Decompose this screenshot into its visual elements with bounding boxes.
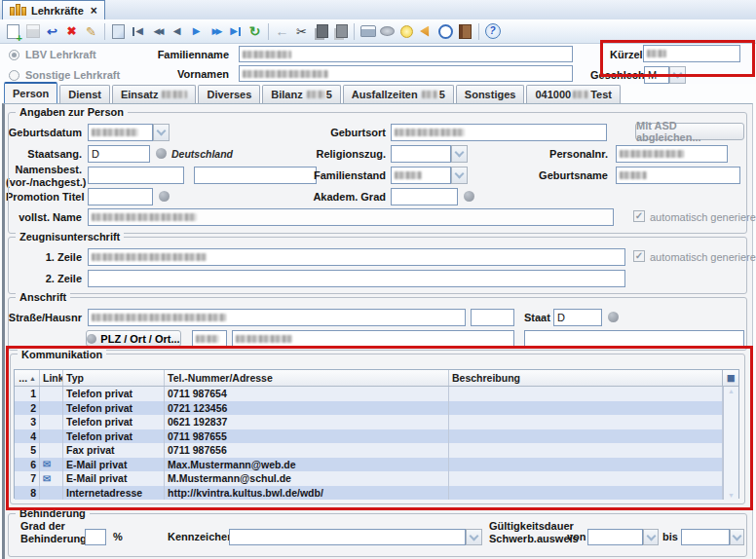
edit-button[interactable]: ✎ [82,21,100,41]
fast-forward-button[interactable]: ▶▶ [207,21,225,41]
group-anschrift-legend: Anschrift [16,291,70,303]
kommunikation-rows: 1 Telefon privat 0711 987654 2 Telefon p… [15,387,723,500]
table-row[interactable]: 4 Telefon privat 0711 987655 [15,429,723,444]
table-row[interactable]: 3 Telefon privat 0621 192837 [15,415,723,429]
row-adresse: M.Mustermann@schul.de [165,471,449,486]
blurred-value [422,91,437,98]
print-icon [360,25,376,37]
table-row[interactable]: 5 Fax privat 0711 987656 [15,443,723,458]
table-row[interactable]: 1 Telefon privat 0711 987654 [15,387,723,401]
new-record-button[interactable]: + [4,21,22,41]
logbook-icon [459,24,472,39]
row-typ: Telefon privat [63,401,165,416]
document-tab-strip: Lehrkräfte × [0,0,756,20]
radio-lbv-lehrkraft[interactable] [9,50,19,60]
toolbar-separator [104,23,105,40]
scroll-up-icon[interactable]: ▲ [728,388,735,394]
column-header-beschreibung[interactable]: Beschreibung [449,370,722,386]
column-header-nr[interactable]: ...▲ [15,370,40,386]
row-adresse: 0621 192837 [165,415,449,429]
goto-record-icon [112,24,125,39]
column-chooser-button[interactable]: ▦ [722,370,738,386]
close-tab-icon[interactable]: × [91,4,97,18]
first-record-button[interactable]: ◀ [129,21,147,41]
group-behinderung-legend: Behinderung [16,507,90,519]
tab-sonstiges[interactable]: Sonstiges [456,85,525,103]
tab-test[interactable]: 041000Test [526,85,621,103]
lehrkraefte-module-icon [10,5,26,16]
row-typ: E-Mail privat [63,471,165,486]
copy-icon [317,24,328,38]
reminder-button[interactable] [436,21,455,41]
help-button[interactable]: ? [483,21,502,41]
row-beschreibung [449,486,723,501]
tab-ausfallzeiten[interactable]: Ausfallzeiten5 [343,85,454,103]
table-row[interactable]: 2 Telefon privat 0721 123456 [15,401,723,416]
table-row[interactable]: 6 ✉ E-Mail privat Max.Mustermann@web.de [15,458,723,472]
row-adresse: 0721 123456 [165,401,449,416]
goto-record-button[interactable] [109,21,128,41]
toolbar-separator [268,23,269,40]
presentation-icon [380,26,395,36]
help-icon: ? [485,23,501,39]
table-scrollbar[interactable]: ▲ ▼ [723,387,738,500]
kuerzel-label: Kürzel [610,49,643,60]
back-button[interactable]: ← [273,21,291,41]
column-header-link[interactable]: Link [40,370,63,386]
print-button[interactable] [359,21,377,41]
copy-button[interactable] [312,21,330,41]
new-record-icon: + [7,24,19,39]
toolbar-separator [478,23,479,40]
fast-backward-button[interactable]: ◀◀ [148,21,167,41]
tab-dienst[interactable]: Dienst [59,85,110,103]
column-header-adresse[interactable]: Tel.-Nummer/Adresse [165,370,449,386]
save-button[interactable] [23,21,42,41]
detail-tab-bar: Person Dienst Einsatz Diverses Bilanz5 A… [4,84,621,103]
row-typ: Telefon privat [63,429,165,444]
kommunikation-table: ...▲ Link Typ Tel.-Nummer/Adresse Beschr… [14,369,739,499]
geschlecht-dropdown-arrow[interactable] [669,66,686,84]
row-nr: 2 [15,401,40,416]
hint-button[interactable] [397,21,416,41]
row-link-cell [40,415,63,429]
row-link-cell [40,401,63,416]
row-typ: Telefon privat [63,415,165,429]
row-adresse: 0711 987656 [165,443,449,458]
table-row[interactable]: 7 ✉ E-Mail privat M.Mustermann@schul.de [15,471,723,486]
tab-einsatz[interactable]: Einsatz [112,85,197,103]
logbook-button[interactable] [456,21,474,41]
refresh-button[interactable]: ↻ [246,21,264,41]
row-typ: Telefon privat [63,387,165,401]
geschlecht-field[interactable]: M [644,66,669,84]
paste-button[interactable] [331,21,350,41]
cut-button[interactable]: ✂ [292,21,311,41]
column-header-typ[interactable]: Typ [63,370,165,386]
row-nr: 8 [15,486,40,501]
row-beschreibung [449,387,723,401]
document-tab-lehrkraefte[interactable]: Lehrkräfte × [2,0,105,19]
blurred-value [243,70,328,78]
tab-diverses[interactable]: Diverses [198,85,260,103]
radio-sonstige-lehrkraft[interactable] [9,70,19,81]
next-record-button[interactable]: ▶ [187,21,206,41]
row-link-cell: ✉ [40,458,63,472]
delete-button[interactable]: ✖ [62,21,81,41]
vornamen-field[interactable] [239,65,573,82]
familienname-field[interactable] [239,46,573,62]
tab-person[interactable]: Person [4,82,57,103]
blurred-value [307,91,324,98]
vornamen-label: Vornamen [122,68,229,80]
row-link-cell [40,387,63,401]
blurred-value [243,51,291,58]
kuerzel-field[interactable] [643,45,740,62]
scroll-down-icon[interactable]: ▼ [728,492,735,499]
announcement-button[interactable] [417,21,435,41]
last-record-button[interactable]: ▶ [226,21,245,41]
presentation-button[interactable] [378,21,397,41]
tab-bilanz[interactable]: Bilanz5 [262,85,341,103]
previous-record-button[interactable]: ◀ [168,21,186,41]
group-behinderung [8,513,747,557]
table-row[interactable]: 8 Internetadresse http://kvintra.kultus.… [15,486,723,501]
undo-button[interactable]: ↩ [43,21,61,41]
lightbulb-icon [400,25,413,38]
